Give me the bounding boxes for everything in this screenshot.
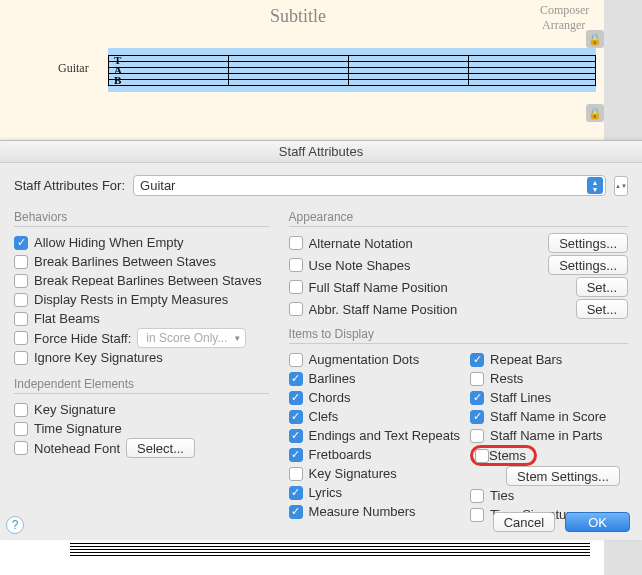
checkbox[interactable] — [470, 429, 484, 443]
option-row: ✓Measure Numbers — [289, 502, 461, 521]
checkbox[interactable] — [475, 449, 489, 463]
appearance-row: Use Note ShapesSettings... — [289, 255, 628, 275]
option-row: Ties — [470, 486, 628, 505]
staff-select[interactable]: Guitar ▲▼ — [133, 175, 606, 196]
option-label: Break Barlines Between Staves — [34, 256, 216, 267]
option-row: ✓Staff Name in Score — [470, 407, 628, 426]
inline-select[interactable]: in Score Only... — [137, 328, 246, 348]
checkbox[interactable]: ✓ — [289, 391, 303, 405]
checkbox[interactable] — [14, 351, 28, 365]
checkbox[interactable]: ✓ — [289, 486, 303, 500]
settings-button[interactable]: Select... — [126, 438, 195, 458]
checkbox[interactable]: ✓ — [470, 353, 484, 367]
ok-button[interactable]: OK — [565, 512, 630, 532]
settings-button[interactable]: Settings... — [548, 255, 628, 275]
option-label: Lyrics — [309, 485, 342, 500]
checkbox[interactable]: ✓ — [289, 372, 303, 386]
checkbox[interactable]: ✓ — [289, 429, 303, 443]
checkbox[interactable] — [289, 467, 303, 481]
option-label: Chords — [309, 390, 351, 405]
tab-staff — [108, 55, 596, 85]
checkbox[interactable]: ✓ — [289, 410, 303, 424]
checkbox[interactable] — [14, 441, 28, 455]
option-label: Key Signatures — [309, 466, 397, 481]
lock-icon[interactable]: 🔒 — [586, 104, 604, 122]
settings-button[interactable]: Settings... — [548, 233, 628, 253]
behaviors-title: Behaviors — [14, 210, 269, 227]
settings-button[interactable]: Set... — [576, 277, 628, 297]
checkbox[interactable] — [289, 280, 303, 294]
checkbox[interactable]: ✓ — [14, 236, 28, 250]
option-row: Key Signature — [14, 400, 269, 419]
option-row: Display Rests in Empty Measures — [14, 290, 269, 309]
option-label: Staff Name in Score — [490, 409, 606, 424]
option-row: Use Note Shapes — [289, 256, 549, 275]
option-row: Force Hide Staff:in Score Only... — [14, 328, 269, 348]
settings-button[interactable]: Set... — [576, 299, 628, 319]
option-row: ✓Allow Hiding When Empty — [14, 233, 269, 252]
appearance-title: Appearance — [289, 210, 628, 227]
help-button[interactable]: ? — [6, 516, 24, 534]
checkbox[interactable] — [14, 403, 28, 417]
option-label: Endings and Text Repeats — [309, 428, 461, 443]
option-label: Full Staff Name Position — [309, 280, 448, 295]
option-row: ✓Barlines — [289, 369, 461, 388]
option-row: Augmentation Dots — [289, 350, 461, 369]
settings-button[interactable]: Stem Settings... — [506, 466, 620, 486]
option-row: Break Barlines Between Staves — [14, 252, 269, 271]
appearance-row: Alternate NotationSettings... — [289, 233, 628, 253]
checkbox[interactable]: ✓ — [470, 391, 484, 405]
checkbox[interactable] — [470, 489, 484, 503]
appearance-row: Full Staff Name PositionSet... — [289, 277, 628, 297]
highlight-ring: Stems — [470, 445, 537, 466]
option-row: ✓Endings and Text Repeats — [289, 426, 461, 445]
option-label: Flat Beams — [34, 311, 100, 326]
option-label: Fretboards — [309, 447, 372, 462]
option-label: Stems — [489, 448, 526, 463]
checkbox[interactable]: ✓ — [470, 410, 484, 424]
option-label: Display Rests in Empty Measures — [34, 292, 228, 307]
option-row: ✓Lyrics — [289, 483, 461, 502]
bottom-staff — [70, 543, 590, 571]
checkbox[interactable] — [14, 422, 28, 436]
cancel-button[interactable]: Cancel — [493, 512, 555, 532]
option-row: Time Signature — [14, 419, 269, 438]
option-row: Alternate Notation — [289, 234, 549, 253]
arranger-text: Arranger — [542, 18, 585, 33]
dialog-title: Staff Attributes — [0, 141, 642, 163]
option-label: Abbr. Staff Name Position — [309, 302, 458, 317]
option-row: Break Repeat Barlines Between Staves — [14, 271, 269, 290]
option-label: Repeat Bars — [490, 354, 562, 365]
checkbox[interactable] — [289, 302, 303, 316]
checkbox[interactable] — [14, 274, 28, 288]
staff-stepper[interactable]: ▲▼ — [614, 176, 628, 196]
option-row: Key Signatures — [289, 464, 461, 483]
option-label: Rests — [490, 371, 523, 386]
option-label: Clefs — [309, 409, 339, 424]
checkbox[interactable] — [289, 353, 303, 367]
checkbox[interactable] — [14, 312, 28, 326]
option-row: Stem Settings... — [470, 466, 628, 486]
option-label: Break Repeat Barlines Between Staves — [34, 275, 262, 286]
checkbox[interactable] — [289, 258, 303, 272]
option-row: ✓Clefs — [289, 407, 461, 426]
checkbox[interactable] — [14, 255, 28, 269]
lock-icon[interactable]: 🔒 — [586, 30, 604, 48]
option-row: Staff Name in Parts — [470, 426, 628, 445]
option-row: ✓Fretboards — [289, 445, 461, 464]
checkbox[interactable] — [14, 331, 28, 345]
option-label: Force Hide Staff: — [34, 331, 131, 346]
checkbox[interactable]: ✓ — [289, 505, 303, 519]
checkbox[interactable] — [470, 508, 484, 522]
checkbox[interactable]: ✓ — [289, 448, 303, 462]
checkbox[interactable] — [14, 293, 28, 307]
checkbox[interactable] — [470, 372, 484, 386]
option-label: Time Signature — [34, 421, 122, 436]
option-label: Barlines — [309, 371, 356, 386]
option-label: Key Signature — [34, 402, 116, 417]
option-label: Alternate Notation — [309, 236, 413, 251]
option-label: Augmentation Dots — [309, 352, 420, 367]
option-row: Abbr. Staff Name Position — [289, 300, 576, 319]
checkbox[interactable] — [289, 236, 303, 250]
appearance-row: Abbr. Staff Name PositionSet... — [289, 299, 628, 319]
